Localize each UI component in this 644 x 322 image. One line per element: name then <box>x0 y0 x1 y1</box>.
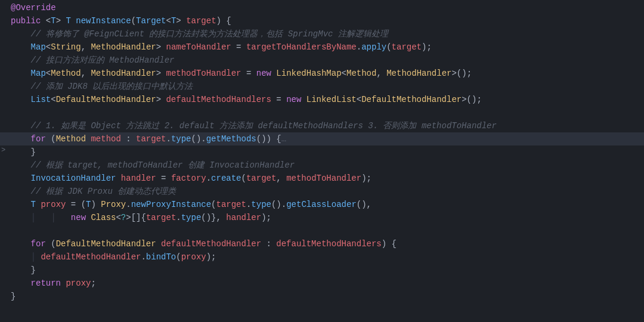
var-ref: proxy <box>66 278 91 288</box>
punct: . <box>141 252 145 262</box>
method-call: bindTo <box>146 252 176 262</box>
type-T: T <box>51 16 55 26</box>
arg: target <box>146 213 176 222</box>
type: DefaultMethodHandler <box>56 95 156 104</box>
arg: target <box>216 200 246 209</box>
code-line: // 添加 JDK8 以后出现的接口中默认方法 <box>11 80 644 93</box>
brace-close: } <box>11 292 16 301</box>
var-name: defaultMethodHandler <box>161 239 266 249</box>
punct: ); <box>422 42 432 52</box>
punct: , <box>81 69 91 78</box>
ctor: LinkedHashMap <box>276 69 341 78</box>
op-assign: = <box>271 95 286 104</box>
arg: methodToHandler <box>286 174 361 183</box>
punct: ( <box>386 42 391 52</box>
punct: ) <box>91 200 101 209</box>
var-name: handler <box>121 174 156 183</box>
punct: < <box>46 16 51 26</box>
punct: >(); <box>462 95 482 104</box>
punct: < <box>116 213 120 222</box>
punct: < <box>46 42 51 52</box>
fold-ellipsis-icon[interactable]: … <box>281 134 286 144</box>
punct: ( <box>176 252 181 262</box>
method-call: apply <box>361 42 386 52</box>
punct: ); <box>361 174 371 183</box>
method-call: create <box>211 174 241 183</box>
var-ref: defaultMethodHandlers <box>276 239 381 249</box>
comment: // 将修饰了 @FeignCLient 的接口方法封装为方法处理器，包括 Sp… <box>31 29 388 39</box>
field: factory <box>171 174 206 183</box>
arg: target <box>246 174 276 183</box>
code-line: for (DefaultMethodHandler defaultMethodH… <box>11 237 644 250</box>
punct: < <box>51 95 55 104</box>
type-return: T <box>66 16 76 26</box>
type-proxy: Proxy <box>101 200 126 209</box>
code-line: Map<String, MethodHandler> nameToHandler… <box>11 41 644 54</box>
brace-close: } <box>31 147 36 157</box>
var-name: defaultMethodHandlers <box>166 95 271 104</box>
punct: ( <box>242 174 246 183</box>
param-name: target <box>186 16 216 26</box>
code-line: return proxy; <box>11 277 644 290</box>
comment: // 添加 JDK8 以后出现的接口中默认方法 <box>31 82 193 91</box>
code-line: InvocationHandler handler = factory.crea… <box>11 172 644 185</box>
punct: . <box>206 174 211 183</box>
op-assign: = <box>231 42 246 52</box>
code-line: │ defaultMethodHandler.bindTo(proxy); <box>11 250 644 264</box>
annotation: @Override <box>11 3 56 13</box>
punct: ( <box>131 16 136 26</box>
code-line: } <box>11 145 644 159</box>
wildcard: ? <box>121 213 126 222</box>
punct: . <box>166 134 171 144</box>
code-line <box>11 106 644 119</box>
type: InvocationHandler <box>31 174 121 183</box>
code-area[interactable]: @Override public <T> T newInstance(Targe… <box>11 0 644 303</box>
code-line: // 接口方法对应的 MethodHandler <box>11 54 644 67</box>
op-assign: = ( <box>66 200 86 209</box>
colon: : <box>126 134 136 144</box>
punct: >[]{ <box>126 213 146 222</box>
punct: . <box>357 42 361 52</box>
punct: . <box>176 213 181 222</box>
punct: ( <box>51 239 55 249</box>
punct: < <box>166 16 171 26</box>
type-T: T <box>31 200 41 209</box>
colon: : <box>267 239 277 249</box>
punct: > <box>56 16 66 26</box>
comment: // 接口方法对应的 MethodHandler <box>31 55 175 65</box>
arg: handler <box>226 213 261 222</box>
method-name: newInstance <box>76 16 131 26</box>
code-line: // 根据 target, methodToHandler 创建 Invocat… <box>11 159 644 172</box>
type-class: Class <box>91 213 116 222</box>
type-string: String <box>51 42 80 52</box>
type: Method <box>346 69 376 78</box>
punct: , <box>376 69 386 78</box>
punct: < <box>342 69 346 78</box>
punct: ()}, <box>201 213 226 222</box>
punct: >(); <box>451 69 472 78</box>
brace-close: } <box>31 265 36 275</box>
punct: > <box>156 95 166 104</box>
type: MethodHandler <box>386 69 451 78</box>
type-map: Map <box>31 42 46 52</box>
op-assign: = <box>242 69 256 78</box>
blank <box>11 226 16 236</box>
keyword-new: new <box>286 95 306 104</box>
method-call: type <box>251 200 271 209</box>
punct: ) { <box>216 16 231 26</box>
keyword-new: new <box>71 213 91 222</box>
type: DefaultMethodHandler <box>361 95 462 104</box>
editor-gutter: > <box>0 0 8 322</box>
type: Method <box>56 134 91 144</box>
param-type: Target <box>136 16 166 26</box>
punct: > <box>156 69 166 78</box>
blank <box>11 108 16 117</box>
arg: target <box>392 42 422 52</box>
code-line: public <T> T newInstance(Target<T> targe… <box>11 14 644 27</box>
keyword-new: new <box>256 69 277 78</box>
ctor: LinkedList <box>306 95 357 104</box>
var-name: method <box>91 134 126 144</box>
code-line: // 将修饰了 @FeignCLient 的接口方法封装为方法处理器，包括 Sp… <box>11 27 644 41</box>
code-editor[interactable]: > @Override public <T> T newInstance(Tar… <box>0 0 644 322</box>
punct: ()) { <box>256 134 281 144</box>
